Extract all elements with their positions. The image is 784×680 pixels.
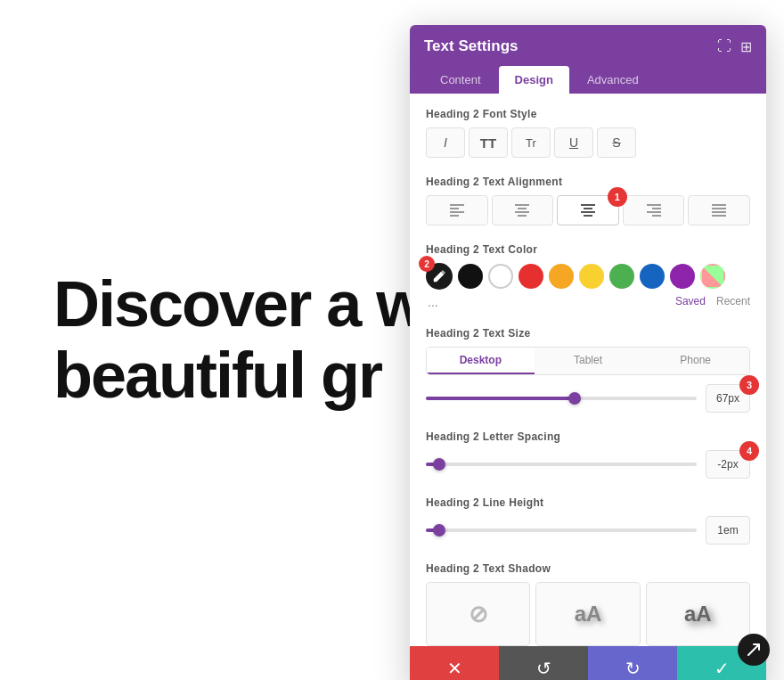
tab-advanced[interactable]: Advanced: [571, 66, 655, 94]
no-shadow-icon: ⊘: [469, 601, 488, 628]
line-height-label: Heading 2 Line Height: [426, 496, 750, 509]
svg-rect-9: [584, 208, 592, 209]
svg-rect-13: [652, 208, 661, 209]
shadow-style1-card[interactable]: aA: [535, 582, 640, 646]
saved-button[interactable]: Saved: [675, 295, 706, 309]
shadow-none-card[interactable]: ⊘: [426, 582, 530, 646]
color-purple[interactable]: [670, 264, 695, 289]
tr-button[interactable]: Tr: [511, 127, 551, 158]
svg-rect-5: [518, 208, 527, 209]
svg-rect-17: [712, 208, 726, 209]
letter-spacing-slider-thumb[interactable]: [433, 458, 445, 471]
color-swatches-row: 2: [426, 263, 750, 290]
tab-design[interactable]: Design: [499, 66, 569, 94]
text-size-slider-thumb[interactable]: [568, 392, 581, 405]
hero-line1: Discover a wo: [53, 269, 461, 340]
text-settings-panel: Text Settings ⛶ ⊞ Content Design Advance…: [410, 25, 766, 680]
text-shadow-section: Heading 2 Text Shadow ⊘ aA aA: [426, 562, 750, 646]
font-style-section: Heading 2 Font Style I TT Tr U S: [426, 108, 750, 158]
align-center-button[interactable]: 1: [557, 195, 619, 225]
sub-tab-tablet[interactable]: Tablet: [535, 348, 642, 374]
font-style-buttons: I TT Tr U S: [426, 127, 750, 158]
tt-button[interactable]: TT: [469, 127, 508, 158]
text-size-badge: 3: [739, 375, 759, 395]
shadow-style2-text: aA: [684, 602, 712, 627]
color-yellow[interactable]: [579, 264, 604, 289]
panel-tabs: Content Design Advanced: [424, 66, 752, 94]
underline-button[interactable]: U: [554, 127, 593, 158]
svg-rect-6: [515, 211, 529, 213]
recent-button[interactable]: Recent: [716, 295, 750, 309]
letter-spacing-slider-track: [426, 463, 697, 466]
corner-tool-button[interactable]: [738, 634, 770, 666]
panel-body: Heading 2 Font Style I TT Tr U S Heading…: [410, 94, 766, 646]
letter-spacing-badge: 4: [739, 441, 759, 461]
svg-rect-0: [450, 204, 464, 206]
italic-button[interactable]: I: [426, 127, 465, 158]
page-hero-text: Discover a wo beautiful gr: [53, 269, 461, 410]
panel-header-icons: ⛶ ⊞: [717, 38, 752, 55]
svg-rect-10: [581, 211, 595, 213]
align-left-button[interactable]: [426, 195, 488, 225]
letter-spacing-section: Heading 2 Letter Spacing -2px 4: [426, 430, 750, 479]
color-red[interactable]: [519, 264, 543, 289]
color-white[interactable]: [488, 264, 513, 289]
align-justify-button[interactable]: [688, 195, 750, 225]
line-height-value: 1em: [706, 516, 750, 545]
text-alignment-section: Heading 2 Text Alignment 1: [426, 176, 750, 225]
color-green[interactable]: [609, 264, 634, 289]
color-badge: 2: [419, 256, 435, 272]
align-center-left-button[interactable]: [492, 195, 554, 225]
text-shadow-label: Heading 2 Text Shadow: [426, 562, 750, 575]
text-size-slider-fill: [426, 397, 575, 400]
redo-button[interactable]: ↻: [588, 646, 677, 680]
svg-rect-4: [515, 204, 529, 206]
dots-button[interactable]: ...: [428, 295, 438, 309]
line-height-slider-thumb[interactable]: [433, 524, 445, 537]
color-blue[interactable]: [640, 264, 665, 289]
tab-content[interactable]: Content: [424, 66, 497, 94]
letter-spacing-label: Heading 2 Letter Spacing: [426, 430, 750, 443]
panel-header: Text Settings ⛶ ⊞ Content Design Advance…: [410, 25, 766, 94]
font-style-label: Heading 2 Font Style: [426, 108, 750, 120]
alignment-buttons: 1: [426, 195, 750, 225]
cancel-button[interactable]: ✕: [410, 646, 499, 680]
shadow-style2-card[interactable]: aA: [646, 582, 750, 646]
letter-spacing-value: -2px 4: [706, 450, 750, 479]
sub-tab-desktop[interactable]: Desktop: [427, 348, 535, 374]
svg-rect-14: [647, 211, 661, 213]
color-custom[interactable]: [700, 264, 725, 289]
svg-rect-2: [450, 211, 464, 213]
bottom-bar: ✕ ↺ ↻ ✓: [410, 646, 766, 680]
undo-button[interactable]: ↺: [499, 646, 588, 680]
line-height-slider-track: [426, 528, 697, 532]
color-black[interactable]: [458, 264, 483, 289]
shadow-cards-row: ⊘ aA aA: [426, 582, 750, 646]
color-picker-button[interactable]: 2: [426, 263, 453, 290]
text-size-label: Heading 2 Text Size: [426, 327, 750, 340]
svg-rect-12: [647, 204, 661, 206]
svg-rect-18: [712, 211, 726, 213]
expand-icon[interactable]: ⛶: [717, 38, 731, 55]
text-size-slider-track: [426, 397, 697, 400]
letter-spacing-slider-row: -2px 4: [426, 450, 750, 479]
shadow-style1-text: aA: [575, 602, 602, 627]
saved-recent-row: ... Saved Recent: [426, 295, 750, 309]
svg-rect-11: [584, 215, 592, 217]
hero-line2: beautiful gr: [53, 340, 461, 411]
svg-rect-3: [450, 215, 459, 217]
text-size-section: Heading 2 Text Size Desktop Tablet Phone…: [426, 327, 750, 413]
line-height-slider-row: 1em: [426, 516, 750, 545]
alignment-badge: 1: [608, 187, 627, 207]
text-alignment-label: Heading 2 Text Alignment: [426, 176, 750, 188]
svg-rect-15: [652, 215, 661, 217]
line-height-section: Heading 2 Line Height 1em: [426, 496, 750, 545]
color-orange[interactable]: [549, 264, 574, 289]
text-size-slider-row: 67px 3: [426, 384, 750, 413]
sub-tab-phone[interactable]: Phone: [641, 348, 749, 374]
align-right-button[interactable]: [623, 195, 685, 225]
strikethrough-button[interactable]: S: [597, 127, 636, 158]
columns-icon[interactable]: ⊞: [740, 38, 752, 55]
svg-rect-19: [712, 215, 726, 217]
text-color-label: Heading 2 Text Color: [426, 243, 750, 256]
